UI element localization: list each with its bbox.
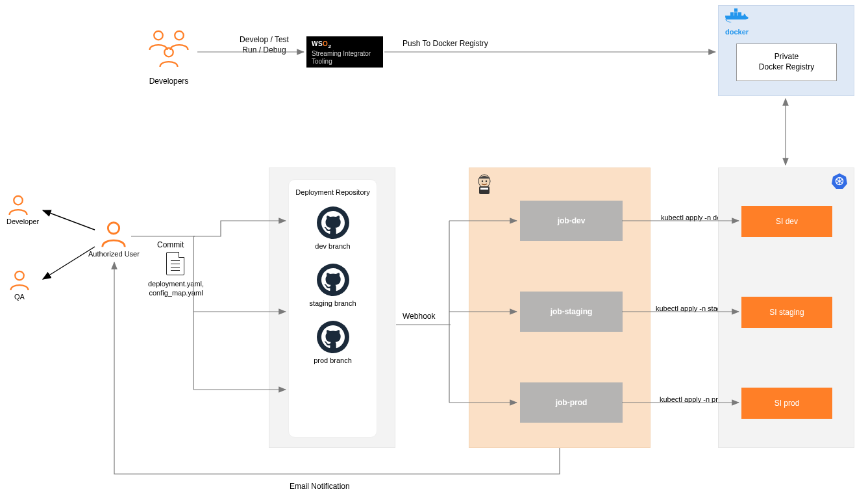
docker-registry-box: Private Docker Registry [736,44,837,81]
svg-line-23 [43,210,95,230]
kubernetes-icon [830,172,849,192]
push-label: Push To Docker Registry [403,39,488,49]
wso2-tooling-box: WSO2 Streaming Integrator Tooling [306,36,383,68]
svg-rect-12 [480,188,488,190]
docker-logo-label: docker [725,28,749,36]
developers-group: Developers [143,29,195,87]
authorized-user: Authorized User [99,219,140,258]
si-dev-box: SI dev [741,206,832,237]
svg-point-13 [482,181,483,182]
github-icon [316,320,350,354]
job-prod-box: job-prod [520,382,623,423]
webhook-label: Webhook [403,312,435,322]
developers-label: Developers [143,77,195,87]
qa-label: QA [8,292,31,301]
svg-line-24 [43,247,95,279]
jenkins-panel: job-dev job-staging job-prod [469,168,651,448]
dev-branch-label: dev branch [289,242,377,250]
commit-label: Commit [157,240,184,251]
job-staging-box: job-staging [520,292,623,332]
file-icon [166,252,184,275]
svg-rect-8 [738,12,741,16]
svg-rect-9 [734,8,738,12]
email-notification-label: Email Notification [290,482,350,492]
jenkins-icon [475,172,494,197]
developer-label: Developer [6,217,39,226]
github-icon [316,206,350,240]
job-dev-box: job-dev [520,201,623,241]
wso2-logo: WSO2 [312,40,378,50]
deployment-repo-panel: Deployment Repository dev branch staging… [269,168,395,448]
kubernetes-panel: SI dev SI staging SI prod [718,168,854,448]
user-icon [157,45,180,69]
prod-branch-label: prod branch [289,356,377,364]
kubectl-prod-label: kubectl apply -n prod [660,395,726,404]
file-names: deployment.yaml, config_map.yaml [140,279,212,298]
svg-point-14 [486,181,487,182]
docker-panel: docker Private Docker Registry [718,5,854,96]
qa-role: QA [8,269,31,301]
kubectl-dev-label: kubectl apply -n dev [661,213,725,222]
developer-role: Developer [6,193,39,226]
svg-rect-6 [730,12,734,16]
repo-inner: Deployment Repository dev branch staging… [288,179,377,438]
repo-title: Deployment Repository [289,188,377,197]
si-staging-box: SI staging [741,297,832,328]
user-icon [99,219,129,249]
user-icon [8,269,31,292]
staging-branch-label: staging branch [289,299,377,307]
github-icon [316,263,350,297]
si-prod-box: SI prod [741,388,832,419]
user-icon [6,193,30,217]
svg-rect-11 [479,186,490,194]
develop-test-label: Develop / Test Run / Debug [229,35,300,55]
authorized-user-label: Authorized User [88,249,140,258]
svg-rect-7 [734,12,738,16]
